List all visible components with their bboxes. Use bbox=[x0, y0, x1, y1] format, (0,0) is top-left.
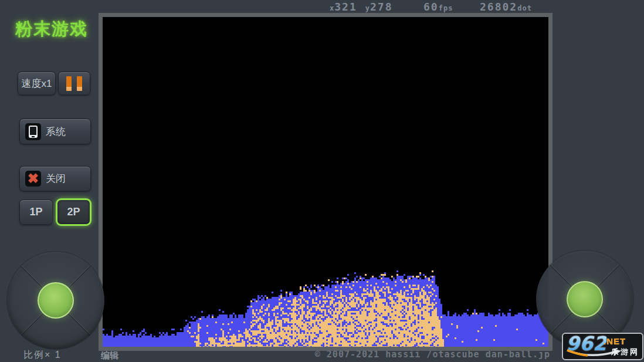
system-button-label: 系统 bbox=[46, 125, 66, 138]
coord-x-value: 321 bbox=[334, 1, 357, 13]
player2-button-selected[interactable]: 2P bbox=[56, 198, 91, 226]
close-button[interactable]: ✖ 关闭 bbox=[19, 166, 91, 191]
fps-value: 60 bbox=[423, 1, 439, 13]
edit-label[interactable]: 编辑 bbox=[101, 350, 118, 361]
dot-label: dot bbox=[517, 4, 532, 12]
device-icon bbox=[25, 123, 41, 140]
fps-counter: 60fps bbox=[423, 1, 453, 13]
close-button-label: 关闭 bbox=[46, 172, 66, 185]
coord-y-value: 278 bbox=[370, 1, 393, 13]
game-canvas[interactable] bbox=[103, 17, 548, 347]
pause-icon bbox=[66, 76, 72, 91]
cursor-coordinates: x321y278 bbox=[330, 1, 393, 13]
pause-icon bbox=[77, 76, 82, 91]
close-x-icon: ✖ bbox=[25, 171, 41, 187]
left-dpad-knob[interactable] bbox=[38, 282, 74, 319]
player2-button-label: 2P bbox=[67, 206, 80, 218]
speed-button[interactable]: 速度x1 bbox=[18, 72, 56, 95]
coord-y-label: y bbox=[365, 4, 370, 12]
status-bar: x321y278 60fps 26802dot bbox=[0, 0, 644, 13]
scale-label: 比例× 1 bbox=[23, 349, 62, 361]
player1-button[interactable]: 1P bbox=[19, 199, 53, 225]
watermark-logo: 962 .NET 乐游网 bbox=[562, 333, 643, 360]
player1-button-label: 1P bbox=[29, 206, 42, 218]
pause-button[interactable] bbox=[58, 72, 90, 95]
dot-value: 26802 bbox=[480, 1, 517, 13]
fps-label: fps bbox=[439, 4, 453, 12]
coord-x-label: x bbox=[330, 4, 334, 12]
right-dpad-knob[interactable] bbox=[567, 281, 603, 317]
system-button[interactable]: 系统 bbox=[19, 119, 91, 144]
logo-net-text: .NET bbox=[604, 336, 626, 346]
game-title: 粉末游戏 bbox=[15, 18, 97, 41]
left-dpad[interactable] bbox=[7, 252, 104, 349]
speed-button-label: 速度x1 bbox=[22, 77, 52, 90]
game-frame bbox=[99, 13, 553, 351]
dot-counter: 26802dot bbox=[480, 1, 532, 13]
logo-site-name: 乐游网 bbox=[611, 347, 639, 357]
